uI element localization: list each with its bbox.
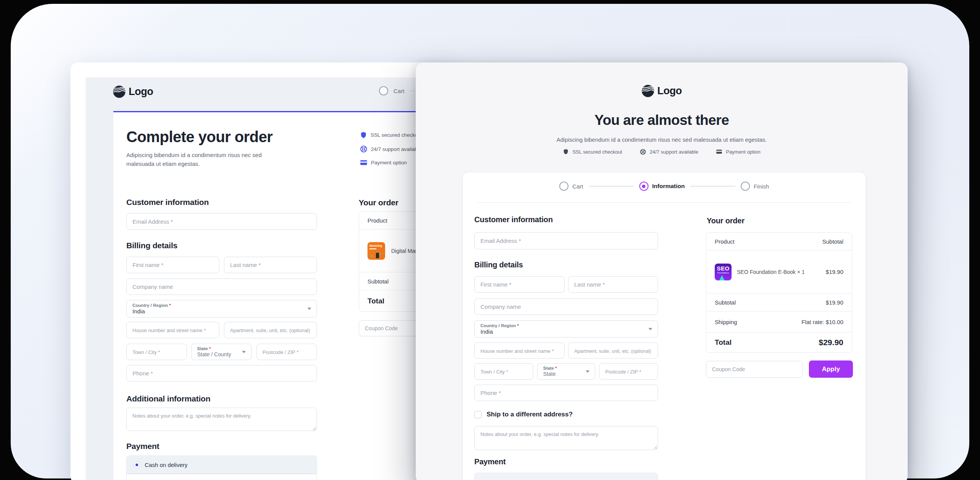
radio-selected-icon[interactable] [134,462,140,468]
email-field[interactable] [474,232,658,249]
logo: Logo [416,85,908,97]
order-item-price: $19.90 [826,269,843,275]
state-label: State [543,366,554,370]
country-label: Country / Region [132,303,168,308]
thumbnail-spike-graphic [715,275,732,280]
credit-card-icon [360,159,368,166]
section-additional-information: Additional information [126,394,211,403]
step-cart[interactable]: Cart [559,182,583,191]
page-subtitle: Adipiscing bibendum id a condimentum ris… [126,151,268,169]
section-payment: Payment [474,457,506,466]
page-title: Complete your order [126,128,273,146]
country-value: India [480,328,652,335]
step-cart-radio-icon[interactable] [559,182,568,191]
order-subtotal-row: Subtotal $19.90 [706,293,852,311]
subtotal-header: Subtotal [822,238,843,245]
step-finish[interactable]: Finish [741,182,769,191]
product-header: Product [368,217,387,224]
country-select[interactable]: Country / Region * India [474,320,658,337]
trust-badge-ssl: SSL secured checkout [360,131,422,139]
first-name-field[interactable] [474,276,565,293]
checkbox-icon[interactable] [474,411,482,418]
life-ring-icon [360,145,368,153]
shipping-label: Shipping [715,319,737,325]
payment-method-box[interactable] [474,473,658,480]
step-information[interactable]: Information [639,182,685,191]
street-field[interactable] [126,322,219,338]
apartment-field[interactable] [568,342,658,359]
step-cart-label: Cart [394,88,404,94]
state-select[interactable]: State * State [537,363,595,380]
thumbnail-dot [380,253,381,255]
trust-badge-label: Payment option [371,160,407,165]
thumbnail-line1: SEO [715,265,732,272]
trust-badge-payment: Payment option [716,148,760,155]
step-information-radio-icon[interactable] [639,182,648,191]
ship-checkbox-label: Ship to a different address? [487,411,573,418]
thumbnail-dot [371,255,372,257]
product-thumbnail: SEO Foundations [715,264,732,280]
total-label: Total [715,338,732,347]
section-billing-details: Billing details [126,241,178,250]
subtotal-label: Subtotal [368,278,389,285]
chevron-down-icon [242,351,246,353]
town-field[interactable] [126,344,187,360]
logo-globe-icon [113,85,126,98]
stage: Logo Cart Complete your order Adipiscing… [0,0,980,480]
country-select[interactable]: Country / Region * India [126,300,317,318]
subtotal-label: Subtotal [715,299,736,306]
payment-method-cash[interactable]: Cash on delivery [126,455,317,474]
state-select[interactable]: State * State / County [191,344,252,360]
apartment-field[interactable] [224,322,317,338]
checkout-panel: Cart Information Finish Customer informa… [462,172,866,480]
product-header: Product [715,238,735,245]
company-field[interactable] [474,298,658,315]
shield-icon [360,131,367,139]
postcode-field[interactable] [256,344,317,360]
shield-icon [563,148,569,155]
step-information-label: Information [652,183,685,190]
order-shipping-row: Shipping Flat rate: $10.00 [706,311,852,333]
apply-coupon-button[interactable]: Apply [809,360,853,378]
trust-badge-label: Payment option [726,149,760,155]
step-finish-label: Finish [754,183,769,190]
step-connector-line [690,186,735,187]
order-item-row: SEO Foundations SEO Foundation E-Book × … [706,251,852,293]
state-value: State [543,371,589,377]
required-asterisk: * [209,346,211,351]
phone-field[interactable] [474,385,658,401]
payment-method-next[interactable] [126,474,317,480]
phone-field[interactable] [126,365,317,382]
chevron-down-icon [307,308,311,310]
product-thumbnail: Marketing [368,242,385,260]
first-name-field[interactable] [126,257,219,273]
order-item-title: SEO Foundation E-Book × 1 [737,269,805,275]
ship-different-address-row[interactable]: Ship to a different address? [474,411,573,418]
checkout-card-left: Logo Cart Complete your order Adipiscing… [70,62,453,480]
step-finish-radio-icon[interactable] [741,182,750,191]
logo-label: Logo [657,85,682,97]
trust-badges-row: SSL secured checkout 24/7 support availa… [416,148,908,155]
coupon-code-input[interactable] [706,361,803,378]
state-value: State / County [197,351,245,357]
town-field[interactable] [474,363,533,380]
page-title: You are almost there [416,112,908,128]
thumbnail-bar [369,248,376,249]
section-customer-information: Customer information [126,198,209,207]
company-field[interactable] [126,278,317,295]
step-cart-radio-icon[interactable] [379,86,388,95]
section-payment: Payment [126,442,159,451]
last-name-field[interactable] [568,276,658,293]
email-field[interactable] [126,213,317,230]
section-billing-details: Billing details [474,260,523,269]
last-name-field[interactable] [224,257,317,273]
trust-badge-payment: Payment option [360,159,407,166]
thumbnail-text: Marketing [369,244,382,247]
order-notes-field[interactable] [474,426,658,450]
postcode-field[interactable] [599,363,658,380]
thumbnail-line2: Foundations [715,272,732,274]
street-field[interactable] [474,342,565,359]
order-notes-field[interactable] [126,408,317,431]
trust-badge-label: SSL secured checkout [572,149,622,155]
payment-method-label: Cash on delivery [145,462,188,468]
